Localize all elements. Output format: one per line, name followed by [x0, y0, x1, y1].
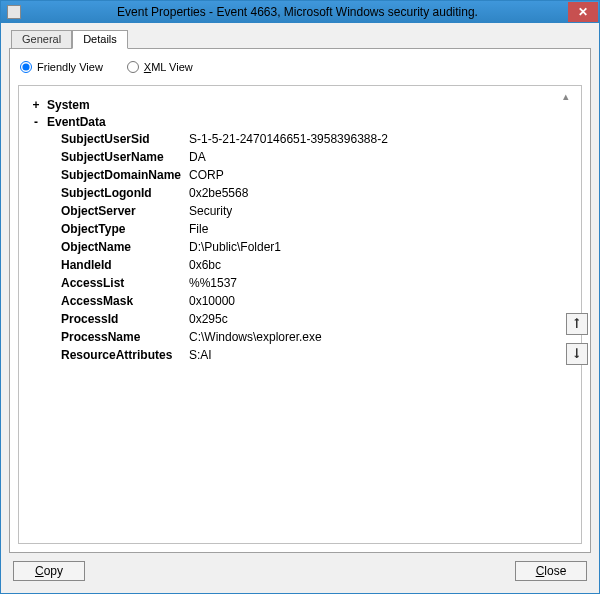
field-accesslist: AccessList %%1537 [31, 274, 569, 292]
prev-event-button[interactable]: 🠕 [566, 313, 588, 335]
field-subjectusername: SubjectUserName DA [31, 148, 569, 166]
next-event-button[interactable]: 🠗 [566, 343, 588, 365]
tab-details[interactable]: Details [72, 30, 128, 49]
close-window-button[interactable]: ✕ [568, 2, 598, 22]
window-title: Event Properties - Event 4663, Microsoft… [27, 5, 568, 19]
view-mode-row: Friendly View XML View [10, 49, 590, 81]
field-accessmask: AccessMask 0x10000 [31, 292, 569, 310]
collapse-icon: - [31, 115, 41, 129]
field-subjectusersid: SubjectUserSid S-1-5-21-2470146651-39583… [31, 130, 569, 148]
arrow-down-icon: 🠗 [571, 347, 583, 361]
dialog-button-row: Copy Close [9, 553, 591, 585]
radio-xml-label: XML View [144, 61, 193, 73]
field-objectserver: ObjectServer Security [31, 202, 569, 220]
close-icon: ✕ [578, 6, 588, 18]
field-subjectdomainname: SubjectDomainName CORP [31, 166, 569, 184]
tree-eventdata-label: EventData [47, 115, 106, 129]
nav-prev-next: 🠕 🠗 [566, 313, 588, 365]
copy-button[interactable]: Copy [13, 561, 85, 581]
titlebar: Event Properties - Event 4663, Microsoft… [1, 1, 599, 23]
arrow-up-icon: 🠕 [571, 317, 583, 331]
details-tabpanel: Friendly View XML View ▴ + System - Even… [9, 48, 591, 553]
tree-system-label: System [47, 98, 90, 112]
radio-friendly-input[interactable] [20, 61, 32, 73]
radio-xml-view[interactable]: XML View [127, 61, 193, 73]
field-objecttype: ObjectType File [31, 220, 569, 238]
client-area: General Details Friendly View XML View ▴… [1, 23, 599, 593]
field-subjectlogonid: SubjectLogonId 0x2be5568 [31, 184, 569, 202]
scroll-up-icon[interactable]: ▴ [563, 90, 575, 103]
field-objectname: ObjectName D:\Public\Folder1 [31, 238, 569, 256]
app-icon [7, 5, 21, 19]
close-button[interactable]: Close [515, 561, 587, 581]
tabstrip: General Details [11, 29, 591, 48]
tab-general[interactable]: General [11, 30, 72, 49]
tree-eventdata[interactable]: - EventData [31, 113, 569, 130]
tree-system[interactable]: + System [31, 96, 569, 113]
field-processid: ProcessId 0x295c [31, 310, 569, 328]
expand-icon: + [31, 98, 41, 112]
event-data-box: ▴ + System - EventData SubjectUserSid S-… [18, 85, 582, 544]
radio-friendly-label: Friendly View [37, 61, 103, 73]
field-processname: ProcessName C:\Windows\explorer.exe [31, 328, 569, 346]
radio-xml-input[interactable] [127, 61, 139, 73]
radio-friendly-view[interactable]: Friendly View [20, 61, 103, 73]
field-handleid: HandleId 0x6bc [31, 256, 569, 274]
event-properties-window: Event Properties - Event 4663, Microsoft… [0, 0, 600, 594]
field-resourceattributes: ResourceAttributes S:AI [31, 346, 569, 364]
